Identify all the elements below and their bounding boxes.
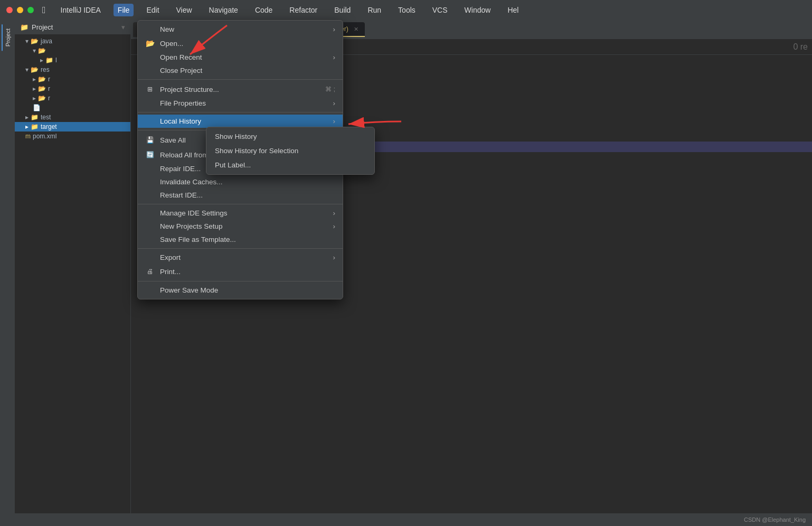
menu-label-power-save: Power Save Mode xyxy=(160,286,335,294)
menubar-window[interactable]: Window xyxy=(460,4,495,16)
tree-label-pom: pom.xml xyxy=(33,133,56,140)
menu-label-export: Export xyxy=(160,253,326,261)
local-history-submenu-container: Show History Show History for Selection … xyxy=(206,127,375,175)
submenu-show-history-selection[interactable]: Show History for Selection xyxy=(206,144,374,158)
menu-label-invalidate: Invalidate Caches... xyxy=(160,178,335,186)
chevron-down-icon[interactable]: ▾ xyxy=(121,23,125,31)
local-history-submenu: Show History Show History for Selection … xyxy=(206,127,375,175)
tree-item-pomxml[interactable]: m pom.xml xyxy=(15,132,130,141)
file-icon: ▸ xyxy=(40,57,43,64)
submenu-put-label[interactable]: Put Label... xyxy=(206,158,374,172)
tree-item-sub1[interactable]: ▾ 📂 xyxy=(15,46,130,55)
menubar-tools[interactable]: Tools xyxy=(394,4,420,16)
folder-icon: 📂 xyxy=(38,47,46,54)
menu-item-manage-ide[interactable]: Manage IDE Settings › xyxy=(138,206,343,220)
tree-item-res[interactable]: ▾ 📂 res xyxy=(15,65,130,74)
tree-item-file2[interactable]: 📄 xyxy=(15,103,130,112)
show-history-label: Show History xyxy=(215,133,257,140)
menubar-view[interactable]: View xyxy=(172,4,196,16)
menu-bar:  IntelliJ IDEA File Edit View Navigate … xyxy=(0,0,812,20)
folder-icon: 📁 xyxy=(20,23,29,31)
menubar-file[interactable]: File xyxy=(114,4,134,16)
menu-item-close-project[interactable]: Close Project xyxy=(138,64,343,77)
tree-label-java: java xyxy=(41,37,52,45)
menu-item-export[interactable]: Export › xyxy=(138,251,343,264)
tree-item-test[interactable]: ▸ 📁 test xyxy=(15,112,130,122)
menubar-help[interactable]: Hel xyxy=(503,4,523,16)
menubar-vcs[interactable]: VCS xyxy=(428,4,452,16)
tree-item-r1[interactable]: ▸ 📂 r xyxy=(15,74,130,84)
close-button[interactable] xyxy=(6,7,13,13)
main-area: Project 📁 Project ▾ ▾ 📂 java ▾ 📂 ▸ 📁 l xyxy=(0,20,812,526)
show-history-selection-label: Show History for Selection xyxy=(215,147,298,155)
project-tree: ▾ 📂 java ▾ 📂 ▸ 📁 l ▾ 📂 res ▸ 📂 r xyxy=(15,34,130,526)
menu-label-new: New xyxy=(160,25,326,33)
submenu-arrow-file-props: › xyxy=(333,99,336,107)
submenu-arrow-new: › xyxy=(333,25,336,33)
menu-item-restart-ide[interactable]: Restart IDE... xyxy=(138,189,343,202)
tab-close-icon2[interactable]: ✕ xyxy=(354,26,358,33)
tree-item-file1[interactable]: ▸ 📁 l xyxy=(15,55,130,65)
menu-item-new-projects-setup[interactable]: New Projects Setup › xyxy=(138,220,343,233)
menu-item-power-save[interactable]: Power Save Mode xyxy=(138,284,343,297)
menu-label-close: Close Project xyxy=(160,67,335,74)
folder-icon2: 📁 xyxy=(45,57,53,64)
menubar-code[interactable]: Code xyxy=(251,4,277,16)
menu-item-project-structure[interactable]: ⊞ Project Structure... ⌘ ; xyxy=(138,82,343,97)
submenu-arrow-recent: › xyxy=(333,53,336,61)
collapse-arrow-icon: ▾ xyxy=(33,47,36,54)
menubar-intellij[interactable]: IntelliJ IDEA xyxy=(56,4,105,16)
line-count: 0 re xyxy=(793,42,808,52)
tree-item-r2[interactable]: ▸ 📂 r xyxy=(15,84,130,93)
menu-label-print: Print... xyxy=(160,268,335,276)
window-controls xyxy=(6,7,34,13)
folder-java-icon: 📂 xyxy=(31,37,39,45)
reload-icon: 🔄 xyxy=(145,150,155,159)
tree-label-l: l xyxy=(55,57,57,64)
separator-4 xyxy=(138,204,343,204)
sidebar-icons: Project xyxy=(0,20,15,526)
tree-item-java[interactable]: ▾ 📂 java xyxy=(15,36,130,46)
status-bar: CSDN @Elephant_King xyxy=(0,513,812,526)
project-structure-icon: ⊞ xyxy=(145,84,155,94)
tree-label-target: target xyxy=(41,123,57,130)
maximize-button[interactable] xyxy=(27,7,34,13)
separator-5 xyxy=(138,248,343,249)
menu-item-new[interactable]: New › xyxy=(138,23,343,36)
separator-2 xyxy=(138,112,343,112)
menubar-edit[interactable]: Edit xyxy=(142,4,163,16)
tree-label-res: res xyxy=(41,66,50,73)
menubar-build[interactable]: Build xyxy=(330,4,355,16)
submenu-show-history[interactable]: Show History xyxy=(206,129,374,144)
menu-label-open-recent: Open Recent xyxy=(160,53,326,61)
menubar-navigate[interactable]: Navigate xyxy=(205,4,242,16)
menu-item-save-template[interactable]: Save File as Template... xyxy=(138,233,343,246)
menubar-run[interactable]: Run xyxy=(363,4,385,16)
tree-item-target[interactable]: ▸ 📁 target xyxy=(15,122,130,132)
menu-label-local-history: Local History xyxy=(160,117,326,125)
submenu-arrow-new-proj: › xyxy=(333,222,336,230)
shortcut-project-structure: ⌘ ; xyxy=(325,86,335,93)
save-icon: 💾 xyxy=(145,135,155,145)
menu-item-print[interactable]: 🖨 Print... xyxy=(138,264,343,279)
put-label-label: Put Label... xyxy=(215,161,251,169)
tree-label-r1: r xyxy=(48,76,50,83)
menu-item-open-recent[interactable]: Open Recent › xyxy=(138,51,343,64)
status-text: CSDN @Elephant_King xyxy=(744,516,806,523)
menubar-refactor[interactable]: Refactor xyxy=(285,4,322,16)
menu-item-open[interactable]: 📂 Open... xyxy=(138,36,343,51)
submenu-arrow-history: › xyxy=(333,117,336,125)
tree-label-r2: r xyxy=(48,85,50,92)
menu-label-open: Open... xyxy=(160,40,335,48)
sidebar-item-project[interactable]: Project xyxy=(2,24,13,51)
menu-item-file-properties[interactable]: File Properties › xyxy=(138,97,343,110)
menu-label-file-properties: File Properties xyxy=(160,99,326,107)
folder-open-icon: 📂 xyxy=(145,39,155,48)
menu-item-local-history[interactable]: Local History › xyxy=(138,115,343,128)
minimize-button[interactable] xyxy=(17,7,23,13)
collapse-arrow-icon: ▾ xyxy=(25,37,29,45)
menu-item-invalidate[interactable]: Invalidate Caches... xyxy=(138,175,343,189)
tree-item-r3[interactable]: ▸ 📂 r xyxy=(15,93,130,103)
tree-label-r3: r xyxy=(48,95,50,102)
separator-1 xyxy=(138,79,343,80)
